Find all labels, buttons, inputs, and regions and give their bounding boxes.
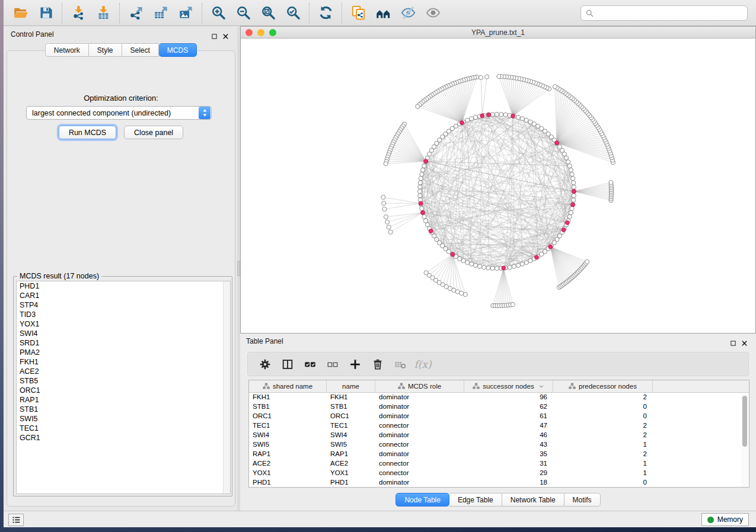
mcds-result-item[interactable]: STB1 bbox=[17, 405, 230, 414]
mcds-result-item[interactable]: PHD1 bbox=[17, 281, 230, 291]
table-cell[interactable]: STB1 bbox=[327, 402, 375, 412]
close-window-button[interactable] bbox=[245, 29, 253, 36]
table-cell[interactable]: 2 bbox=[553, 450, 653, 459]
show-all-button[interactable] bbox=[420, 2, 445, 24]
table-row[interactable]: FKH1FKH1dominator962 bbox=[249, 393, 749, 402]
tab-select[interactable]: Select bbox=[122, 43, 159, 57]
result-scrollbar[interactable] bbox=[223, 281, 230, 493]
table-cell[interactable]: connector bbox=[375, 459, 464, 469]
table-row[interactable]: TEC1TEC1connector472 bbox=[249, 421, 749, 431]
table-settings-button[interactable] bbox=[254, 354, 276, 375]
close-table-panel-icon[interactable] bbox=[741, 338, 748, 345]
table-cell[interactable]: 61 bbox=[464, 412, 553, 421]
mcds-result-item[interactable]: SWI5 bbox=[17, 414, 230, 424]
mcds-result-item[interactable]: PMA2 bbox=[17, 348, 230, 357]
deselect-all-checkbox-button[interactable] bbox=[321, 354, 344, 375]
delete-table-button[interactable] bbox=[389, 354, 412, 375]
search-field[interactable] bbox=[580, 5, 748, 21]
table-cell[interactable]: dominator bbox=[375, 393, 464, 402]
first-neighbors-button[interactable] bbox=[371, 2, 395, 24]
mcds-result-item[interactable]: STP4 bbox=[17, 300, 230, 310]
table-cell[interactable]: 0 bbox=[553, 412, 653, 421]
tab-node-table[interactable]: Node Table bbox=[395, 493, 449, 507]
column-header-name[interactable]: name bbox=[327, 380, 375, 392]
column-header-shared-name[interactable]: shared name bbox=[249, 380, 327, 392]
table-cell[interactable]: ACE2 bbox=[327, 459, 375, 469]
mcds-result-item[interactable]: ORC1 bbox=[17, 386, 230, 395]
table-cell[interactable]: 0 bbox=[553, 478, 653, 488]
memory-button[interactable]: Memory bbox=[701, 513, 749, 526]
table-cell[interactable]: YOX1 bbox=[327, 469, 375, 478]
network-graph[interactable] bbox=[241, 39, 755, 333]
delete-column-button[interactable] bbox=[366, 354, 389, 375]
zoom-out-button[interactable] bbox=[231, 2, 256, 24]
table-cell[interactable]: 2 bbox=[553, 421, 653, 431]
zoom-selected-button[interactable] bbox=[280, 2, 305, 24]
function-builder-button[interactable]: f(x) bbox=[412, 354, 434, 375]
table-row[interactable]: ACE2ACE2connector311 bbox=[249, 459, 749, 469]
table-cell[interactable]: dominator bbox=[375, 412, 464, 421]
table-row[interactable]: STB1STB1dominator620 bbox=[249, 402, 749, 412]
table-row[interactable]: RAP1RAP1dominator352 bbox=[249, 450, 749, 459]
table-cell[interactable]: SWI4 bbox=[327, 431, 375, 440]
mcds-result-list[interactable]: PHD1CAR1STP4TID3YOX1SWI4SRD1PMA2FKH1ACE2… bbox=[16, 281, 231, 494]
table-row[interactable]: ORC1ORC1dominator610 bbox=[249, 412, 749, 421]
mcds-result-item[interactable]: ACE2 bbox=[17, 367, 230, 376]
import-network-button[interactable] bbox=[66, 2, 91, 24]
minimize-window-button[interactable] bbox=[257, 29, 264, 36]
table-cell[interactable]: RAP1 bbox=[327, 450, 375, 459]
table-cell[interactable]: PHD1 bbox=[327, 478, 375, 488]
table-cell[interactable]: 46 bbox=[464, 431, 553, 440]
close-panel-icon[interactable] bbox=[222, 31, 229, 38]
table-cell[interactable]: 1 bbox=[553, 459, 653, 469]
table-row[interactable]: SWI5SWI5connector431 bbox=[249, 440, 749, 450]
table-cell[interactable]: ORC1 bbox=[327, 412, 375, 421]
table-cell[interactable]: SWI5 bbox=[327, 440, 375, 450]
export-network-button[interactable] bbox=[123, 2, 148, 24]
maximize-window-button[interactable] bbox=[269, 29, 276, 36]
export-table-button[interactable] bbox=[148, 2, 173, 24]
table-cell[interactable]: dominator bbox=[375, 402, 464, 412]
table-cell[interactable]: dominator bbox=[375, 431, 464, 440]
table-cell[interactable]: FKH1 bbox=[249, 393, 327, 402]
mcds-result-item[interactable]: YOX1 bbox=[17, 319, 230, 329]
table-cell[interactable]: connector bbox=[375, 440, 464, 450]
table-scrollbar-thumb[interactable] bbox=[742, 396, 747, 447]
table-row[interactable]: YOX1YOX1connector291 bbox=[249, 469, 749, 478]
table-cell[interactable]: 0 bbox=[553, 402, 653, 412]
table-cell[interactable]: 35 bbox=[464, 450, 553, 459]
close-panel-button[interactable]: Close panel bbox=[124, 126, 183, 139]
tab-style[interactable]: Style bbox=[89, 43, 122, 57]
import-table-button[interactable] bbox=[91, 2, 116, 24]
mcds-result-item[interactable]: RAP1 bbox=[17, 395, 230, 405]
table-cell[interactable]: PHD1 bbox=[249, 478, 327, 488]
mcds-result-item[interactable]: SRD1 bbox=[17, 338, 230, 348]
table-scrollbar[interactable] bbox=[741, 393, 748, 487]
tab-motifs[interactable]: Motifs bbox=[564, 493, 601, 507]
criterion-dropdown[interactable]: largest connected component (undirected) bbox=[26, 106, 212, 120]
add-column-button[interactable] bbox=[344, 354, 366, 375]
table-cell[interactable]: TEC1 bbox=[327, 421, 375, 431]
tab-network-table[interactable]: Network Table bbox=[502, 493, 564, 507]
table-cell[interactable]: 2 bbox=[553, 393, 653, 402]
table-cell[interactable]: 31 bbox=[464, 459, 553, 469]
mcds-result-item[interactable]: CAR1 bbox=[17, 291, 230, 300]
table-cell[interactable]: RAP1 bbox=[249, 450, 327, 459]
table-cell[interactable]: dominator bbox=[375, 450, 464, 459]
tab-network[interactable]: Network bbox=[45, 43, 89, 57]
mcds-result-item[interactable]: STB5 bbox=[17, 376, 230, 386]
mcds-result-item[interactable]: GCR1 bbox=[17, 433, 230, 443]
table-cell[interactable]: SWI5 bbox=[249, 440, 327, 450]
table-cell[interactable]: 96 bbox=[464, 393, 553, 402]
mcds-result-item[interactable]: FKH1 bbox=[17, 357, 230, 367]
table-cell[interactable]: FKH1 bbox=[327, 393, 375, 402]
table-cell[interactable]: 18 bbox=[464, 478, 553, 488]
open-file-button[interactable] bbox=[8, 2, 33, 24]
network-canvas[interactable] bbox=[241, 39, 755, 333]
table-cell[interactable]: 1 bbox=[553, 469, 653, 478]
table-cell[interactable]: STB1 bbox=[249, 402, 327, 412]
table-cell[interactable]: dominator bbox=[375, 478, 464, 488]
mcds-result-item[interactable]: TEC1 bbox=[17, 424, 230, 433]
search-input[interactable] bbox=[594, 7, 743, 19]
column-header-successor-nodes[interactable]: successor nodes bbox=[464, 380, 553, 392]
